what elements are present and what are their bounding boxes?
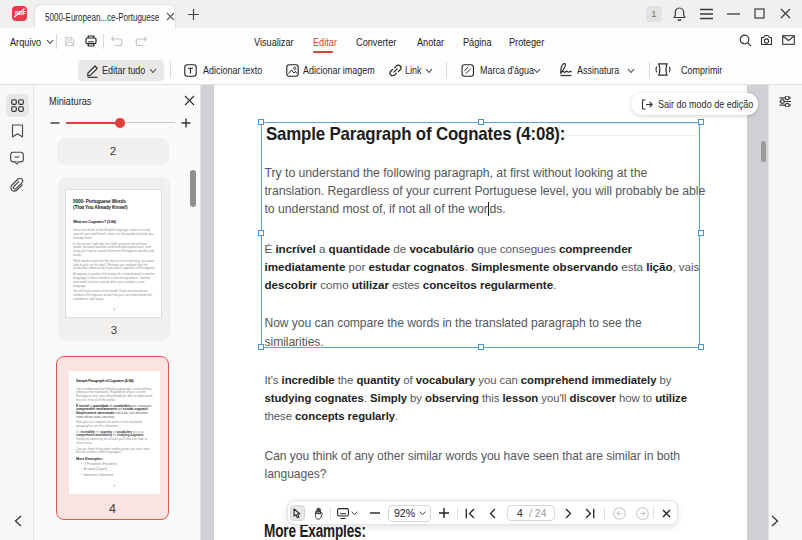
svg-text:PDF: PDF <box>15 10 27 16</box>
